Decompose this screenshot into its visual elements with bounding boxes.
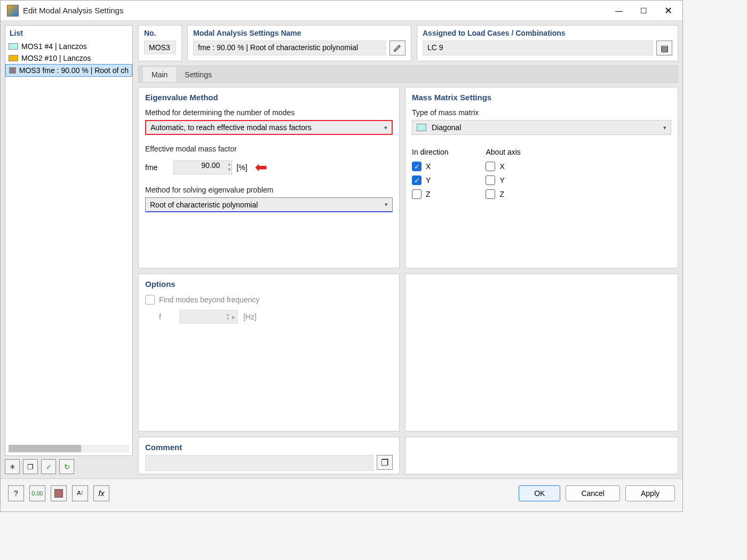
method-modes-select[interactable]: Automatic, to reach effective modal mass… [145, 120, 393, 135]
assigned-picker-button[interactable]: ▤ [656, 41, 672, 55]
tab-main[interactable]: Main [143, 67, 176, 82]
refresh-check-button[interactable]: ↻ [59, 459, 74, 474]
no-card: No. MOS3 [138, 25, 182, 61]
color-button[interactable] [51, 485, 67, 501]
list-item[interactable]: MOS2 #10 | Lanczos [5, 52, 132, 64]
x-label: X [426, 162, 431, 171]
dir-x-checkbox[interactable]: ✓ [412, 162, 422, 171]
dir-y-checkbox[interactable]: ✓ [412, 175, 422, 185]
f-input: ▴▾ ▸ [179, 310, 238, 324]
list-item[interactable]: MOS1 #4 | Lanczos [5, 41, 132, 52]
help-button[interactable]: ? [8, 485, 24, 501]
list-item-label: MOS2 #10 | Lanczos [21, 54, 91, 62]
dir-z-checkbox[interactable] [412, 189, 422, 199]
eigenvalue-panel: Eigenvalue Method Method for determining… [138, 87, 400, 268]
emm-label: Effective modal mass factor [145, 145, 393, 153]
no-value: MOS3 [144, 41, 176, 54]
check-button[interactable]: ✓ [41, 459, 56, 474]
list-panel: List MOS1 #4 | Lanczos MOS2 #10 | Lanczo… [5, 25, 133, 456]
spinner-icon: ▴▾ [227, 313, 229, 321]
name-card: Modal Analysis Settings Name fme : 90.00… [187, 25, 411, 61]
maximize-button[interactable]: ☐ [631, 2, 656, 20]
assigned-label: Assigned to Load Cases / Combinations [423, 29, 672, 37]
apply-button[interactable]: Apply [625, 485, 675, 501]
spinner-icon[interactable]: ▴▾ [223, 162, 231, 172]
fme-input[interactable]: 90.00 ▴▾ [173, 161, 232, 174]
window-title: Edit Modal Analysis Settings [23, 6, 607, 15]
annotation-arrow-icon: ➡ [255, 158, 267, 176]
copy-item-button[interactable]: ❐ [23, 459, 38, 474]
color-swatch [417, 124, 426, 131]
solve-value: Root of characteristic polynomial [150, 201, 258, 209]
minimize-button[interactable]: — [607, 2, 631, 20]
axis-y-checkbox[interactable] [486, 175, 495, 185]
color-swatch [9, 43, 18, 50]
method-modes-label: Method for determining the number of mod… [145, 108, 393, 117]
empty-panel [405, 274, 678, 431]
eigenvalue-title: Eigenvalue Method [145, 93, 393, 102]
fme-symbol: fme [145, 163, 157, 172]
axis-x-checkbox[interactable] [486, 162, 495, 171]
list-item-selected[interactable]: MOS3 fme : 90.00 % | Root of ch [5, 64, 132, 77]
color-swatch [9, 67, 16, 74]
tab-bar: Main Settings [138, 66, 678, 83]
comment-input[interactable] [145, 455, 374, 471]
mass-title: Mass Matrix Settings [412, 93, 671, 102]
empty-bottom-panel [405, 437, 678, 474]
y-label: Y [426, 176, 431, 185]
list-item-label: MOS1 #4 | Lanczos [21, 42, 87, 51]
mass-type-select[interactable]: Diagonal ▾ [412, 120, 671, 135]
tab-settings[interactable]: Settings [176, 67, 220, 82]
fme-value: 90.00 [201, 161, 220, 170]
units-button[interactable]: 0,00 [29, 485, 45, 501]
name-label: Modal Analysis Settings Name [193, 29, 406, 37]
chevron-down-icon: ▾ [663, 124, 666, 131]
no-label: No. [144, 29, 176, 37]
new-item-button[interactable]: ✳ [5, 459, 20, 474]
options-panel: Options Find modes beyond frequency f ▴▾… [138, 274, 400, 431]
chevron-down-icon: ▾ [385, 201, 388, 208]
options-title: Options [145, 279, 393, 289]
mass-type-value: Diagonal [432, 123, 658, 132]
direction-label: In direction [412, 148, 448, 156]
horizontal-scrollbar[interactable] [9, 445, 129, 452]
edit-name-button[interactable] [390, 41, 406, 55]
bottom-bar: ? 0,00 A⁝ fx OK Cancel Apply [1, 478, 682, 507]
list-item-label: MOS3 fme : 90.00 % | Root of ch [19, 66, 129, 75]
comment-panel: Comment ❐ [138, 437, 400, 474]
app-icon [7, 5, 19, 17]
solve-label: Method for solving eigenvalue problem [145, 186, 393, 194]
picker-icon: ▸ [232, 314, 235, 321]
solve-select[interactable]: Root of characteristic polynomial ▾ [145, 197, 393, 212]
z-label: Z [499, 190, 504, 198]
assigned-card: Assigned to Load Cases / Combinations LC… [417, 25, 678, 61]
method-modes-value: Automatic, to reach effective modal mass… [150, 123, 312, 132]
cancel-button[interactable]: Cancel [566, 485, 620, 501]
fme-unit: [%] [236, 163, 247, 172]
find-modes-checkbox[interactable] [145, 295, 155, 305]
close-button[interactable]: ✕ [656, 2, 680, 20]
name-input[interactable]: fme : 90.00 % | Root of characteristic p… [193, 41, 386, 55]
color-swatch [9, 55, 18, 61]
chevron-down-icon: ▾ [384, 124, 387, 131]
pencil-icon [393, 44, 402, 52]
fx-button[interactable]: fx [93, 485, 109, 501]
assigned-input[interactable]: LC 9 [423, 41, 653, 55]
x-label: X [499, 162, 504, 171]
comment-picker-button[interactable]: ❐ [377, 455, 393, 470]
z-label: Z [426, 190, 431, 198]
f-unit: [Hz] [243, 313, 257, 321]
f-symbol: f [159, 313, 161, 321]
title-bar: Edit Modal Analysis Settings — ☐ ✕ [1, 1, 682, 21]
text-settings-button[interactable]: A⁝ [72, 485, 88, 501]
find-modes-label: Find modes beyond frequency [159, 295, 259, 304]
axis-z-checkbox[interactable] [486, 189, 495, 199]
list-header: List [5, 26, 132, 41]
comment-title: Comment [145, 443, 393, 452]
axis-label: About axis [486, 148, 520, 156]
mass-matrix-panel: Mass Matrix Settings Type of mass matrix… [405, 87, 678, 268]
ok-button[interactable]: OK [519, 485, 560, 501]
y-label: Y [499, 176, 504, 185]
mass-type-label: Type of mass matrix [412, 108, 671, 117]
